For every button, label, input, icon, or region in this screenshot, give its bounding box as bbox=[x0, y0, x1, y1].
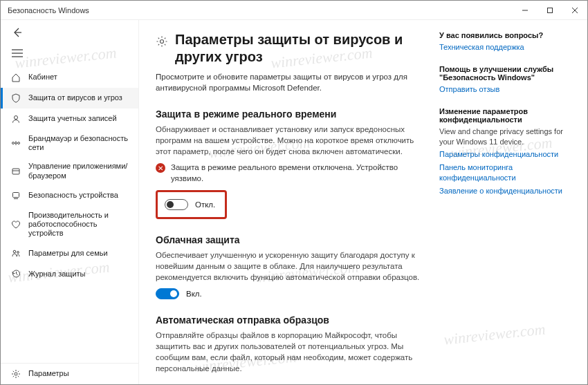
svg-point-8 bbox=[15, 116, 18, 120]
family-icon bbox=[10, 247, 21, 259]
aside-questions: У вас появились вопросы? Техническая под… bbox=[439, 31, 571, 53]
toggle-state-label: Откл. bbox=[195, 200, 215, 209]
sidebar-item-label: Параметры bbox=[28, 369, 69, 378]
section-title: Облачная защита bbox=[156, 234, 420, 245]
svg-point-16 bbox=[17, 252, 19, 254]
hamburger-menu-button[interactable] bbox=[10, 46, 24, 60]
health-icon bbox=[10, 219, 21, 230]
title-bar: Безопасность Windows bbox=[1, 1, 587, 20]
section-cloud-protection: Облачная защита Обеспечивает улучшенную … bbox=[156, 234, 420, 299]
section-title: Защита в режиме реального времени bbox=[156, 109, 420, 120]
person-icon bbox=[10, 113, 21, 124]
window-controls bbox=[513, 1, 587, 19]
gear-icon bbox=[10, 368, 21, 379]
svg-point-10 bbox=[18, 142, 20, 144]
privacy-statement-link[interactable]: Заявление о конфиденциальности bbox=[439, 186, 571, 196]
aside-title: У вас появились вопросы? bbox=[439, 31, 571, 39]
sidebar-settings[interactable]: Параметры bbox=[1, 364, 138, 384]
aside-text: View and change privacy settings for you… bbox=[439, 126, 571, 147]
sidebar-item-protection-history[interactable]: Журнал защиты bbox=[1, 263, 138, 284]
error-icon: ✕ bbox=[156, 163, 165, 173]
privacy-settings-link[interactable]: Параметры конфиденциальности bbox=[439, 149, 571, 160]
close-button[interactable] bbox=[562, 1, 587, 19]
svg-rect-13 bbox=[13, 192, 19, 197]
app-body: Кабинет Защита от вирусов и угроз Защита… bbox=[1, 20, 587, 384]
cloud-protection-toggle[interactable] bbox=[156, 288, 179, 299]
svg-point-18 bbox=[15, 373, 17, 375]
firewall-icon bbox=[10, 138, 21, 149]
back-button[interactable] bbox=[10, 26, 24, 39]
minimize-button[interactable] bbox=[513, 1, 538, 19]
sidebar-item-firewall[interactable]: Брандмауэр и безопасность сети bbox=[1, 129, 138, 157]
section-description: Отправляйте образцы файлов в корпорацию … bbox=[156, 330, 420, 374]
sidebar-item-label: Управление приложениями/браузером bbox=[28, 162, 131, 180]
app-window: Безопасность Windows bbox=[0, 0, 588, 385]
realtime-toggle-highlight: Откл. bbox=[156, 190, 227, 219]
maximize-button[interactable] bbox=[538, 1, 562, 19]
aside-privacy: Изменение параметров конфиденциальности … bbox=[439, 107, 571, 196]
page-description: Просмотрите и обновите параметры защиты … bbox=[156, 71, 420, 93]
shield-icon bbox=[10, 93, 21, 104]
section-description: Обеспечивает улучшенную и ускоренную защ… bbox=[156, 250, 420, 283]
section-description: Обнаруживает и останавливает установку и… bbox=[156, 124, 420, 157]
warning-text: Защита в режиме реального времени отключ… bbox=[171, 162, 420, 184]
svg-point-9 bbox=[12, 142, 15, 144]
aside-title: Помощь в улучшении службы "Безопасность … bbox=[439, 65, 571, 82]
app-browser-icon bbox=[10, 166, 21, 177]
sidebar-item-label: Защита учетных записей bbox=[28, 114, 117, 123]
sidebar-item-label: Производительность и работоспособность у… bbox=[28, 211, 131, 238]
aside-title: Изменение параметров конфиденциальности bbox=[439, 107, 571, 124]
toggle-state-label: Вкл. bbox=[186, 290, 202, 298]
aside-feedback: Помощь в улучшении службы "Безопасность … bbox=[439, 65, 571, 95]
device-icon bbox=[10, 190, 21, 201]
svg-point-15 bbox=[13, 251, 16, 254]
svg-rect-1 bbox=[548, 8, 553, 12]
sidebar-item-label: Брандмауэр и безопасность сети bbox=[28, 134, 131, 152]
warning-message: ✕ Защита в режиме реального времени откл… bbox=[156, 162, 420, 184]
sidebar: Кабинет Защита от вирусов и угроз Защита… bbox=[1, 20, 139, 384]
history-icon bbox=[10, 268, 21, 279]
sidebar-item-account-protection[interactable]: Защита учетных записей bbox=[1, 109, 138, 129]
svg-point-19 bbox=[160, 40, 164, 44]
content-column: Параметры защиты от вирусов и других угр… bbox=[156, 31, 420, 384]
page-header: Параметры защиты от вирусов и других угр… bbox=[156, 31, 420, 66]
gear-icon bbox=[156, 35, 168, 50]
sidebar-item-device-security[interactable]: Безопасность устройства bbox=[1, 185, 138, 206]
svg-rect-11 bbox=[12, 169, 19, 174]
page-title: Параметры защиты от вирусов и других угр… bbox=[175, 31, 420, 66]
window-title: Безопасность Windows bbox=[8, 6, 89, 15]
section-realtime-protection: Защита в режиме реального времени Обнару… bbox=[156, 109, 420, 218]
privacy-dashboard-link[interactable]: Панель мониторинга конфиденциальности bbox=[439, 162, 571, 183]
sidebar-item-label: Журнал защиты bbox=[28, 270, 86, 279]
sidebar-item-label: Безопасность устройства bbox=[28, 191, 118, 200]
home-icon bbox=[10, 72, 21, 83]
sidebar-item-label: Параметры для семьи bbox=[28, 249, 108, 258]
sidebar-item-virus-protection[interactable]: Защита от вирусов и угроз bbox=[1, 88, 138, 109]
sidebar-nav: Кабинет Защита от вирусов и угроз Защита… bbox=[1, 67, 138, 363]
aside-column: У вас появились вопросы? Техническая под… bbox=[439, 31, 571, 384]
sidebar-item-label: Защита от вирусов и угроз bbox=[28, 93, 122, 102]
main-content[interactable]: Параметры защиты от вирусов и других угр… bbox=[139, 20, 587, 384]
support-link[interactable]: Техническая поддержка bbox=[439, 42, 571, 53]
section-title: Автоматическая отправка образцов bbox=[156, 314, 420, 326]
sidebar-item-family-options[interactable]: Параметры для семьи bbox=[1, 243, 138, 263]
sidebar-item-label: Кабинет bbox=[28, 73, 57, 82]
realtime-protection-toggle[interactable] bbox=[165, 199, 188, 210]
sidebar-item-device-performance[interactable]: Производительность и работоспособность у… bbox=[1, 206, 138, 243]
sidebar-item-app-browser[interactable]: Управление приложениями/браузером bbox=[1, 157, 138, 185]
sidebar-item-home[interactable]: Кабинет bbox=[1, 67, 138, 88]
feedback-link[interactable]: Отправить отзыв bbox=[439, 84, 571, 95]
section-sample-submission: Автоматическая отправка образцов Отправл… bbox=[156, 314, 420, 374]
